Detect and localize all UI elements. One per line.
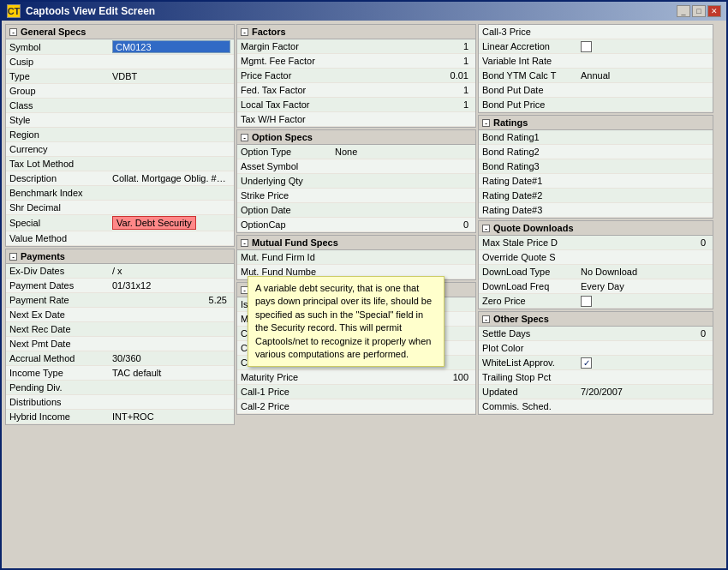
table-row: Cusip: [6, 55, 234, 69]
minimize-button[interactable]: _: [677, 5, 690, 17]
table-row: Next Rec Date: [6, 322, 234, 337]
table-row: Rating Date#3: [479, 203, 713, 218]
table-row: Override Quote S: [479, 250, 713, 265]
call-2-price-label: Call-2 Price: [237, 400, 331, 412]
factors-header: - Factors: [237, 25, 475, 39]
right-top-section: Call-3 Price Linear Accretion Variable I…: [478, 24, 713, 113]
close-button[interactable]: ✕: [707, 5, 721, 17]
special-label: Special: [6, 217, 109, 229]
tax-lot-label: Tax Lot Method: [6, 158, 109, 170]
updated-value: 7/20/2007: [577, 386, 713, 398]
settle-days-value: 0: [577, 327, 713, 339]
value-method-label: Value Method: [6, 232, 109, 244]
max-stale-price-label: Max Stale Price D: [479, 237, 577, 249]
table-row: Value Method: [6, 231, 234, 246]
bond-rating3-value: [577, 165, 713, 167]
general-specs-collapse[interactable]: -: [9, 28, 17, 36]
table-row: Local Tax Factor 1: [237, 98, 475, 112]
download-type-label: DownLoad Type: [479, 266, 577, 278]
table-row: Commis. Sched.: [479, 399, 713, 414]
next-pmt-date-value: [109, 343, 234, 345]
factors-collapse[interactable]: -: [241, 28, 248, 36]
next-rec-date-label: Next Rec Date: [6, 323, 109, 335]
override-quote-label: Override Quote S: [479, 251, 577, 263]
quote-downloads-collapse[interactable]: -: [482, 225, 490, 232]
ratings-section: - Ratings Bond Rating1 Bond Rating2 Bond…: [478, 115, 713, 219]
table-row: Variable Int Rate: [479, 54, 713, 69]
underlying-qty-value: [331, 180, 475, 182]
linear-accretion-checkbox[interactable]: [581, 41, 592, 52]
fed-tax-value: 1: [331, 84, 475, 96]
option-type-value: None: [331, 146, 475, 158]
type-label: Type: [6, 70, 109, 82]
option-specs-section: - Option Specs Option Type None Asset Sy…: [236, 129, 476, 233]
mut-fund-num-value: [331, 271, 475, 273]
payment-dates-value: 01/31x12: [109, 279, 234, 291]
quote-downloads-section: - Quote Downloads Max Stale Price D 0 Ov…: [478, 220, 713, 309]
symbol-input[interactable]: [112, 40, 230, 53]
trailing-stop-label: Trailing Stop Pct: [479, 371, 577, 383]
general-specs-header: - General Specs: [6, 25, 234, 39]
special-highlight: Var. Debt Security: [112, 216, 196, 230]
payments-collapse[interactable]: -: [9, 253, 17, 261]
table-row: Updated 7/20/2007: [479, 385, 713, 399]
table-row: Bond Put Date: [479, 83, 713, 98]
fed-tax-label: Fed. Tax Factor: [237, 84, 331, 96]
other-specs-section: - Other Specs Settle Days 0 Plot Color W…: [478, 311, 713, 415]
tooltip-text: A variable debt security, that is one th…: [255, 283, 432, 359]
table-row: Margin Factor 1: [237, 39, 475, 54]
whitelist-approv-checkbox[interactable]: ✓: [581, 357, 592, 369]
variable-int-rate-value: [577, 60, 713, 62]
distributions-value: [109, 401, 234, 403]
table-row: Settle Days 0: [479, 327, 713, 341]
zero-price-checkbox[interactable]: [581, 296, 592, 307]
maximize-button[interactable]: □: [692, 5, 706, 17]
table-row: Region: [6, 128, 234, 142]
call-1-price-value: [331, 391, 475, 393]
linear-accretion-value: [577, 40, 713, 53]
mutual-fund-collapse[interactable]: -: [241, 239, 248, 247]
column-1: - General Specs Symbol Cusip Type VDBT: [5, 24, 235, 565]
ratings-collapse[interactable]: -: [482, 119, 490, 127]
price-factor-label: Price Factor: [237, 69, 331, 81]
table-row: Bond Rating1: [479, 130, 713, 145]
style-label: Style: [6, 114, 109, 126]
group-label: Group: [6, 85, 109, 97]
call-1-price-label: Call-1 Price: [237, 386, 331, 398]
ratings-header: - Ratings: [479, 116, 713, 130]
region-label: Region: [6, 129, 109, 141]
other-specs-title: Other Specs: [493, 314, 549, 324]
distributions-label: Distributions: [6, 396, 109, 408]
hybrid-income-value: INT+ROC: [109, 411, 234, 423]
titlebar-left: CT Captools View Edit Screen: [7, 4, 155, 18]
symbol-value[interactable]: [109, 39, 234, 54]
main-area: - General Specs Symbol Cusip Type VDBT: [2, 21, 726, 568]
titlebar-buttons: _ □ ✕: [677, 5, 721, 17]
option-cap-label: OptionCap: [237, 219, 331, 231]
table-row: Class: [6, 99, 234, 113]
table-row: Mut. Fund Firm Id: [237, 250, 475, 265]
table-row: Call-1 Price: [237, 385, 475, 399]
rating-date3-value: [577, 209, 713, 211]
cusip-value: [109, 61, 234, 63]
table-row: Rating Date#2: [479, 189, 713, 203]
call-3-price-value: [577, 31, 713, 33]
rating-date1-label: Rating Date#1: [479, 175, 577, 187]
shr-decimal-label: Shr Decimal: [6, 201, 109, 213]
option-specs-title: Option Specs: [252, 132, 313, 142]
bond-rating2-label: Bond Rating2: [479, 146, 577, 158]
table-row: Option Type None: [237, 145, 475, 159]
override-quote-value: [577, 256, 713, 258]
bond-rating1-value: [577, 136, 713, 138]
option-type-label: Option Type: [237, 146, 331, 158]
table-row: Bond Rating2: [479, 145, 713, 159]
table-row: Ex-Div Dates / x: [6, 264, 234, 279]
style-value: [109, 119, 234, 121]
table-row: Type VDBT: [6, 69, 234, 84]
asset-symbol-value: [331, 165, 475, 167]
payments-title: Payments: [21, 251, 65, 261]
hybrid-income-label: Hybrid Income: [6, 411, 109, 423]
general-specs-section: - General Specs Symbol Cusip Type VDBT: [5, 24, 235, 247]
option-specs-collapse[interactable]: -: [241, 134, 248, 141]
other-specs-collapse[interactable]: -: [482, 315, 490, 323]
